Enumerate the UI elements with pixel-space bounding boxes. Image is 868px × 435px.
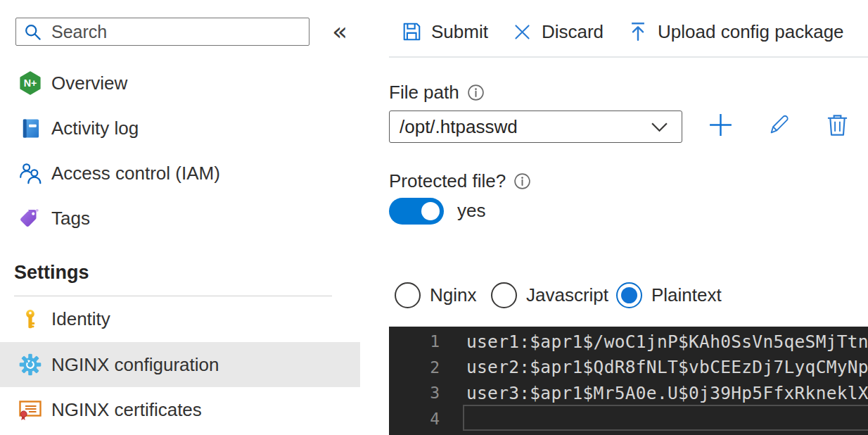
line-number: 4 bbox=[389, 410, 440, 428]
upload-button-label: Upload config package bbox=[658, 21, 844, 43]
sidebar-settings-header: Settings bbox=[14, 255, 89, 290]
language-option-nginx[interactable]: Nginx bbox=[395, 282, 476, 308]
tag-icon bbox=[18, 206, 42, 230]
info-icon[interactable] bbox=[513, 172, 531, 190]
radio-label: Plaintext bbox=[651, 284, 722, 306]
editor-line: 3 user3:$apr1$Mr5A0e.U$0j39Hp5FfxRkneklX bbox=[389, 380, 868, 406]
sidebar-item-nginx-certificates[interactable]: NGINX certificates bbox=[0, 387, 360, 432]
sidebar-item-label: Identity bbox=[51, 308, 110, 330]
toggle-knob bbox=[421, 202, 440, 220]
line-number: 3 bbox=[389, 384, 440, 402]
command-bar: Submit Discard Upload config package bbox=[389, 14, 856, 49]
sidebar-item-access-control[interactable]: Access control (IAM) bbox=[0, 151, 360, 196]
sidebar-item-label: Activity log bbox=[51, 118, 139, 139]
info-icon[interactable] bbox=[467, 84, 485, 101]
editor-line: 1 user1:$apr1$/woC1jnP$KAh0SsVn5qeSMjTtn bbox=[389, 329, 868, 355]
key-icon bbox=[18, 307, 42, 331]
protected-file-toggle[interactable] bbox=[389, 198, 444, 225]
editor-line: 2 user2:$apr1$QdR8fNLT$vbCEEzDj7LyqCMyNp bbox=[389, 355, 868, 381]
upload-config-package-button[interactable]: Upload config package bbox=[615, 21, 856, 43]
save-icon bbox=[401, 21, 422, 42]
search-input[interactable] bbox=[50, 21, 302, 43]
sidebar-item-label: Tags bbox=[51, 208, 90, 229]
sidebar-item-tags[interactable]: Tags bbox=[0, 196, 360, 241]
config-code-editor[interactable]: 1 user1:$apr1$/woC1jnP$KAh0SsVn5qeSMjTtn… bbox=[389, 327, 868, 435]
line-text: user1:$apr1$/woC1jnP$KAh0SsVn5qeSMjTtn bbox=[466, 332, 868, 352]
radio-label: Nginx bbox=[430, 284, 476, 306]
pencil-icon bbox=[767, 113, 791, 137]
nginx-logo-icon: N+ bbox=[18, 71, 42, 95]
trash-icon bbox=[826, 113, 849, 137]
radio-selected-icon bbox=[616, 282, 642, 308]
radio-icon bbox=[395, 282, 421, 308]
delete-file-button[interactable] bbox=[824, 111, 850, 139]
access-control-people-icon bbox=[18, 161, 42, 185]
line-text: user2:$apr1$QdR8fNLT$vbCEEzDj7LyqCMyNp bbox=[466, 357, 868, 377]
line-text: user3:$apr1$Mr5A0e.U$0j39Hp5FfxRkneklX bbox=[466, 383, 868, 403]
upload-icon bbox=[627, 21, 649, 42]
submit-button[interactable]: Submit bbox=[389, 21, 500, 43]
sidebar-item-activity-log[interactable]: Activity log bbox=[0, 106, 360, 151]
sidebar-item-nginx-configuration[interactable]: NGINX configuration bbox=[0, 342, 360, 387]
radio-label: Javascript bbox=[526, 284, 608, 306]
sidebar-collapse-button[interactable]: « bbox=[325, 13, 355, 49]
discard-x-icon bbox=[512, 22, 532, 42]
protected-file-label: Protected file? bbox=[389, 170, 506, 192]
file-path-value: /opt/.htpasswd bbox=[400, 116, 518, 138]
submit-button-label: Submit bbox=[431, 21, 488, 43]
sidebar-item-label: Access control (IAM) bbox=[51, 163, 220, 184]
toolbar-divider bbox=[389, 56, 868, 58]
chevron-down-icon bbox=[651, 122, 668, 132]
sidebar-item-label: NGINX configuration bbox=[51, 354, 219, 376]
edit-file-button[interactable] bbox=[766, 111, 793, 139]
plus-icon bbox=[708, 112, 734, 138]
sidebar-item-label: NGINX certificates bbox=[51, 399, 202, 421]
certificate-icon bbox=[18, 398, 42, 422]
discard-button-label: Discard bbox=[542, 21, 604, 43]
protected-file-toggle-state: yes bbox=[457, 200, 485, 222]
gear-icon bbox=[18, 353, 42, 377]
add-file-button[interactable] bbox=[707, 111, 734, 139]
file-path-label: File path bbox=[389, 82, 459, 103]
sidebar-item-identity[interactable]: Identity bbox=[0, 296, 360, 341]
editor-current-line-box bbox=[463, 405, 868, 431]
sidebar: « N+ Overview Activity log Access contro… bbox=[0, 0, 360, 435]
activity-log-book-icon bbox=[18, 116, 42, 140]
line-number: 2 bbox=[389, 358, 440, 377]
file-path-dropdown[interactable]: /opt/.htpasswd bbox=[389, 111, 682, 143]
sidebar-item-overview[interactable]: N+ Overview bbox=[0, 61, 360, 106]
file-path-label-row: File path bbox=[389, 82, 485, 103]
sidebar-item-label: Overview bbox=[51, 72, 127, 94]
sidebar-search-box[interactable] bbox=[15, 18, 309, 46]
line-number: 1 bbox=[389, 332, 440, 351]
protected-file-label-row: Protected file? bbox=[389, 170, 531, 192]
svg-text:N+: N+ bbox=[24, 77, 37, 89]
radio-icon bbox=[491, 282, 517, 308]
search-icon bbox=[23, 23, 42, 42]
language-option-plaintext[interactable]: Plaintext bbox=[616, 282, 722, 308]
language-option-javascript[interactable]: Javascript bbox=[491, 282, 608, 308]
discard-button[interactable]: Discard bbox=[500, 21, 615, 43]
